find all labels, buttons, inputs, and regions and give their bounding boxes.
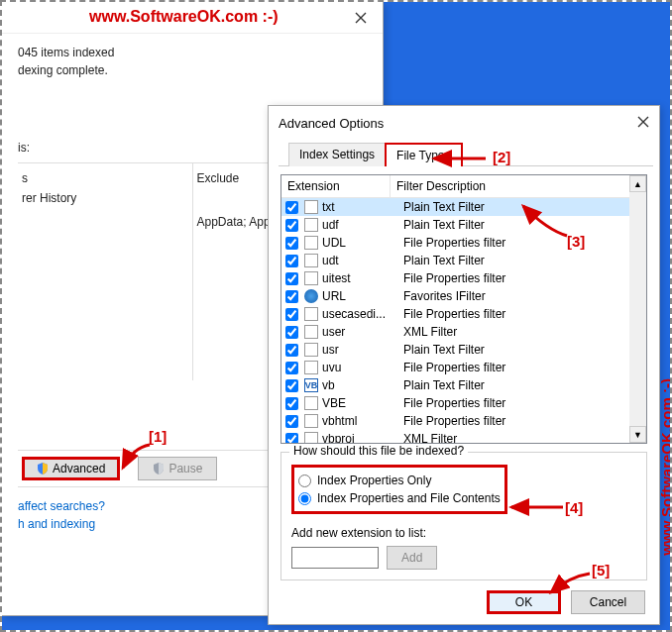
- extension-cell: UDL: [322, 236, 403, 250]
- extension-checkbox[interactable]: [285, 237, 298, 250]
- include-item: rer History: [22, 191, 188, 205]
- annotation-2: [2]: [493, 149, 510, 165]
- extension-cell: usecasedi...: [322, 307, 403, 321]
- indexing-mode-title: How should this file be indexed?: [289, 444, 468, 458]
- radio-properties-and-contents[interactable]: Index Properties and File Contents: [298, 491, 501, 505]
- extension-checkbox[interactable]: [285, 290, 298, 303]
- extension-cell: udf: [322, 218, 403, 232]
- include-header: s: [22, 171, 188, 185]
- extension-checkbox[interactable]: [285, 326, 298, 339]
- file-type-icon: [304, 254, 318, 267]
- extension-cell: udt: [322, 254, 403, 267]
- close-icon: [637, 116, 649, 128]
- extension-checkbox[interactable]: [285, 433, 298, 445]
- column-extension[interactable]: Extension: [281, 175, 391, 197]
- list-item[interactable]: usrPlain Text Filter: [281, 341, 629, 359]
- arrow-3: [517, 200, 577, 243]
- extension-cell: vb: [322, 378, 403, 392]
- description-cell: Favorites IFilter: [403, 289, 625, 303]
- file-type-icon: [304, 200, 318, 214]
- extension-checkbox[interactable]: [285, 308, 298, 321]
- file-type-icon: [304, 414, 318, 428]
- list-item[interactable]: VBEFile Properties filter: [281, 394, 629, 412]
- description-cell: Plain Text Filter: [403, 343, 625, 357]
- radio-properties-only-label: Index Properties Only: [317, 474, 431, 487]
- add-extension-button[interactable]: Add: [387, 546, 437, 570]
- scroll-down-button[interactable]: ▼: [629, 426, 646, 443]
- extension-cell: vbhtml: [322, 414, 403, 428]
- close-button[interactable]: [637, 116, 649, 131]
- list-header: Extension Filter Description: [281, 175, 646, 198]
- file-type-icon: [304, 236, 318, 250]
- description-cell: XML Filter: [403, 325, 625, 339]
- close-icon: [355, 12, 367, 24]
- description-cell: File Properties filter: [403, 236, 625, 250]
- radio-properties-and-contents-label: Index Properties and File Contents: [317, 491, 501, 505]
- list-item[interactable]: uitestFile Properties filter: [281, 269, 629, 287]
- advanced-button-label: Advanced: [53, 462, 105, 475]
- extension-cell: URL: [322, 289, 403, 303]
- file-type-icon: [304, 361, 318, 374]
- file-type-icon: [304, 307, 318, 321]
- extension-checkbox[interactable]: [285, 344, 298, 357]
- extension-checkbox[interactable]: [285, 415, 298, 428]
- indexing-status: dexing complete.: [18, 63, 367, 77]
- advanced-options-dialog: Advanced Options Index Settings File Typ…: [268, 105, 660, 625]
- annotation-4: [4]: [565, 499, 583, 516]
- radio-properties-only-input[interactable]: [298, 474, 311, 487]
- extension-cell: txt: [322, 200, 403, 214]
- list-item[interactable]: vbhtmlFile Properties filter: [281, 412, 629, 430]
- description-cell: XML Filter: [403, 432, 625, 444]
- description-cell: File Properties filter: [403, 271, 625, 285]
- shield-icon: [37, 463, 49, 474]
- list-item[interactable]: uvuFile Properties filter: [281, 359, 629, 376]
- pause-button-label: Pause: [168, 462, 202, 475]
- list-item[interactable]: URLFavorites IFilter: [281, 287, 629, 305]
- extension-checkbox[interactable]: [285, 201, 298, 214]
- extension-checkbox[interactable]: [285, 362, 298, 374]
- file-type-icon: [304, 218, 318, 232]
- arrow-4: [505, 497, 565, 520]
- file-type-icon: [304, 396, 318, 410]
- file-type-icon: [304, 325, 318, 339]
- description-cell: File Properties filter: [403, 414, 625, 428]
- extension-checkbox[interactable]: [285, 272, 298, 285]
- list-item[interactable]: vbprojXML Filter: [281, 430, 629, 444]
- new-extension-input[interactable]: [291, 547, 379, 569]
- extension-checkbox[interactable]: [285, 219, 298, 232]
- watermark-top: www.SoftwareOK.com :-): [89, 8, 279, 26]
- scroll-up-button[interactable]: ▲: [629, 175, 646, 192]
- description-cell: Plain Text Filter: [403, 378, 625, 392]
- description-cell: Plain Text Filter: [403, 218, 625, 232]
- watermark-side: www.SoftwareOK.com :-): [658, 378, 672, 556]
- extension-checkbox[interactable]: [285, 255, 298, 267]
- extension-cell: usr: [322, 343, 403, 357]
- extension-checkbox[interactable]: [285, 397, 298, 410]
- tab-index-settings[interactable]: Index Settings: [288, 143, 386, 166]
- indexed-count: 045 items indexed: [18, 46, 367, 59]
- arrow-5: [545, 569, 595, 601]
- file-type-icon: [304, 343, 318, 357]
- list-item[interactable]: udtPlain Text Filter: [281, 252, 629, 269]
- list-item[interactable]: VBvbPlain Text Filter: [281, 376, 629, 394]
- list-item[interactable]: udfPlain Text Filter: [281, 216, 629, 234]
- scrollbar[interactable]: [629, 192, 646, 426]
- extension-cell: uvu: [322, 361, 403, 374]
- radio-properties-only[interactable]: Index Properties Only: [298, 474, 501, 487]
- extension-cell: user: [322, 325, 403, 339]
- list-item[interactable]: txtPlain Text Filter: [281, 198, 629, 216]
- file-type-icon: [304, 432, 318, 444]
- extension-checkbox[interactable]: [285, 379, 298, 392]
- file-type-icon: VB: [304, 378, 318, 392]
- extension-cell: uitest: [322, 271, 403, 285]
- list-item[interactable]: usecasedi...File Properties filter: [281, 305, 629, 323]
- advanced-button[interactable]: Advanced: [22, 457, 120, 480]
- radio-properties-and-contents-input[interactable]: [298, 492, 311, 505]
- arrow-1: [115, 440, 155, 482]
- file-type-icon: [304, 289, 318, 303]
- column-filter-description[interactable]: Filter Description: [391, 175, 646, 197]
- close-button[interactable]: [338, 3, 383, 33]
- file-types-list: Extension Filter Description txtPlain Te…: [280, 174, 647, 444]
- list-item[interactable]: userXML Filter: [281, 323, 629, 341]
- extension-cell: VBE: [322, 396, 403, 410]
